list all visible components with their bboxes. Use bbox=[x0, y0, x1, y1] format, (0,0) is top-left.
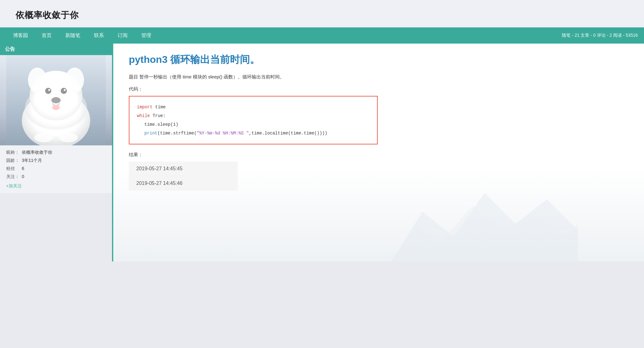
follow-value: 0 bbox=[22, 174, 24, 180]
svg-point-12 bbox=[34, 133, 53, 142]
code-func-print: print bbox=[144, 131, 157, 136]
navbar-stats: 随笔 - 21 文章 - 0 评论 - 2 阅读 - 53516 bbox=[562, 33, 638, 38]
code-label: 代码： bbox=[129, 86, 628, 92]
sidebar-info: 昵称： 依概率收敛于你 园龄： 3年11个月 粉丝 6 关注： 0 +加关注 bbox=[0, 145, 112, 193]
post-description: 题目 暂停一秒输出（使用 time 模块的 sleep() 函数）。循环输出当前… bbox=[129, 74, 628, 80]
code-string-format: "%Y-%m-%d %H:%M:%S " bbox=[197, 131, 249, 136]
site-title: 依概率收敛于你 bbox=[16, 9, 628, 21]
code-normal-5: ,time.localtime(time.time()))) bbox=[249, 131, 327, 136]
nav-item-contact[interactable]: 联系 bbox=[87, 27, 111, 44]
nav-item-cnblogs[interactable]: 博客园 bbox=[6, 27, 35, 44]
post-title: python3 循环输出当前时间。 bbox=[129, 53, 628, 67]
site-header: 依概率收敛于你 bbox=[0, 0, 644, 27]
code-line-4: print(time.strftime("%Y-%m-%d %H:%M:%S "… bbox=[137, 129, 370, 138]
fans-value: 6 bbox=[22, 166, 24, 172]
follow-label: 关注： bbox=[6, 174, 19, 180]
navbar-left: 博客园 首页 新随笔 联系 订阅 管理 bbox=[6, 27, 158, 44]
svg-point-11 bbox=[25, 86, 87, 130]
add-follow-button[interactable]: +加关注 bbox=[6, 183, 22, 189]
code-normal-1: time bbox=[152, 105, 166, 110]
sidebar: 公告 bbox=[0, 44, 112, 261]
code-block: import time while True: time.sleep(1) pr… bbox=[129, 96, 378, 144]
result-block: 2019-05-27 14:45:45 2019-05-27 14:45:46 bbox=[129, 162, 238, 190]
nav-item-new-post[interactable]: 新随笔 bbox=[58, 27, 87, 44]
code-line-1: import time bbox=[137, 103, 370, 111]
svg-point-13 bbox=[59, 133, 78, 142]
nav-item-admin[interactable]: 管理 bbox=[134, 27, 158, 44]
navbar: 博客园 首页 新随笔 联系 订阅 管理 随笔 - 21 文章 - 0 评论 - … bbox=[0, 27, 644, 44]
sidebar-age-row: 园龄： 3年11个月 bbox=[6, 158, 106, 163]
code-line-3: time.sleep(1) bbox=[137, 120, 370, 129]
result-row-2: 2019-05-27 14:45:46 bbox=[129, 176, 238, 190]
sidebar-fans-row: 粉丝 6 bbox=[6, 166, 106, 172]
code-normal-4: (time.strftime( bbox=[157, 131, 197, 136]
fans-label: 粉丝 bbox=[6, 166, 19, 172]
code-keyword-while: while bbox=[137, 113, 150, 118]
sidebar-follow-row: 关注： 0 bbox=[6, 174, 106, 180]
content-area: python3 循环输出当前时间。 题目 暂停一秒输出（使用 time 模块的 … bbox=[112, 44, 644, 261]
code-normal-3: time.sleep(1) bbox=[144, 122, 178, 127]
main-container: 公告 bbox=[0, 44, 644, 261]
mountain-bg-decoration bbox=[325, 174, 644, 261]
result-row-1: 2019-05-27 14:45:45 bbox=[129, 162, 238, 176]
nickname-value: 依概率收敛于你 bbox=[22, 150, 52, 155]
age-label: 园龄： bbox=[6, 158, 19, 163]
sidebar-avatar bbox=[0, 55, 112, 145]
result-label: 结果： bbox=[129, 152, 628, 158]
code-keyword-import: import bbox=[137, 105, 152, 110]
sidebar-nickname-row: 昵称： 依概率收敛于你 bbox=[6, 150, 106, 155]
sidebar-notice-title: 公告 bbox=[0, 44, 112, 55]
nav-item-home[interactable]: 首页 bbox=[35, 27, 58, 44]
code-normal-2: True: bbox=[150, 113, 166, 118]
code-line-2: while True: bbox=[137, 111, 370, 120]
age-value: 3年11个月 bbox=[22, 158, 42, 163]
nav-item-subscribe[interactable]: 订阅 bbox=[111, 27, 134, 44]
nickname-label: 昵称： bbox=[6, 150, 19, 155]
